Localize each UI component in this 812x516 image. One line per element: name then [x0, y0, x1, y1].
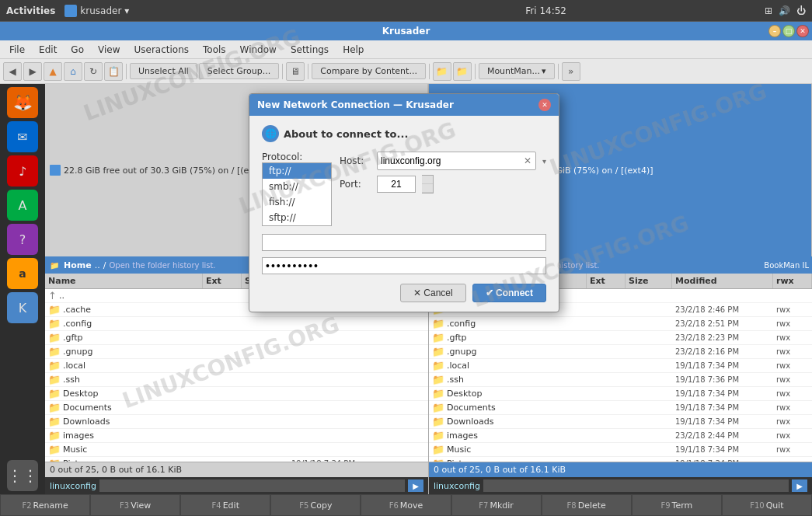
- port-down-button[interactable]: ▼: [422, 184, 433, 193]
- refresh-button[interactable]: ↻: [84, 62, 103, 81]
- protocol-list[interactable]: ftp://smb://fish://sftp://: [262, 162, 332, 226]
- file-row[interactable]: 📁.gnupg: [45, 345, 428, 359]
- file-row[interactable]: 📁.gftp 23/2/18 2:23 PM rwx: [429, 331, 812, 345]
- fkey-f2-button[interactable]: F2Rename: [0, 494, 90, 516]
- menu-tools[interactable]: Tools: [197, 43, 232, 57]
- right-terminal-input[interactable]: [483, 479, 789, 492]
- host-dropdown-btn[interactable]: ▾: [542, 157, 546, 166]
- dock-krusader[interactable]: K: [7, 292, 38, 323]
- port-input[interactable]: [377, 176, 416, 193]
- fkey-f8-button[interactable]: F8Delete: [542, 494, 632, 516]
- left-terminal-go[interactable]: ▶: [408, 479, 423, 492]
- menubar: File Edit Go View Useractions Tools Wind…: [0, 40, 812, 59]
- cancel-button[interactable]: ✕ Cancel: [400, 284, 466, 302]
- fkey-f5-button[interactable]: F5Copy: [270, 494, 361, 516]
- file-row[interactable]: 📁Desktop 19/1/18 7:34 PM rwx: [429, 387, 812, 401]
- dock-thunderbird[interactable]: ✉: [7, 121, 38, 152]
- file-row[interactable]: 📁Downloads: [45, 415, 428, 429]
- file-row[interactable]: 📁images 23/2/18 2:44 PM rwx: [429, 429, 812, 443]
- back-button[interactable]: ◀: [3, 62, 22, 81]
- dock-apps-grid[interactable]: ⋮⋮: [7, 460, 38, 491]
- protocol-item[interactable]: smb://: [263, 179, 331, 194]
- activities-button[interactable]: Activities: [6, 5, 55, 16]
- app-switcher[interactable]: krusader ▾: [64, 5, 129, 17]
- maximize-button[interactable]: □: [782, 25, 795, 37]
- fkey-f9-button[interactable]: F9Term: [632, 494, 722, 516]
- file-row[interactable]: 📁Music: [45, 443, 428, 457]
- file-row[interactable]: 📁Music 19/1/18 7:34 PM rwx: [429, 443, 812, 457]
- file-row[interactable]: 📁Downloads 19/1/18 7:34 PM rwx: [429, 415, 812, 429]
- unselect-all-button[interactable]: Unselect All: [130, 63, 197, 79]
- protocol-item[interactable]: fish://: [263, 194, 331, 210]
- port-spinner: ▲ ▼: [422, 175, 434, 194]
- dock-amazon[interactable]: a: [7, 258, 38, 289]
- left-col-ext[interactable]: Ext: [203, 274, 242, 288]
- menu-go[interactable]: Go: [64, 43, 90, 57]
- file-row[interactable]: 📁Documents 19/1/18 7:34 PM rwx: [429, 401, 812, 415]
- dock-firefox[interactable]: 🦊: [7, 87, 38, 118]
- file-row[interactable]: 📁.gftp: [45, 331, 428, 345]
- right-terminal-go[interactable]: ▶: [792, 479, 807, 492]
- username-row: [262, 234, 546, 251]
- file-row[interactable]: 📁.gnupg 23/2/18 2:16 PM rwx: [429, 345, 812, 359]
- fkey-f3-button[interactable]: F3View: [90, 494, 180, 516]
- dock-help[interactable]: ?: [7, 224, 38, 255]
- compare-content-button[interactable]: Compare by Content...: [312, 63, 426, 79]
- host-clear-button[interactable]: ✕: [520, 153, 535, 169]
- fkey-f10-button[interactable]: F10Quit: [722, 494, 812, 516]
- fkey-f6-button[interactable]: F6Move: [361, 494, 451, 516]
- dock-libreoffice[interactable]: A: [7, 190, 38, 221]
- host-input[interactable]: [378, 152, 520, 169]
- connect-button[interactable]: ✔ Connect: [472, 284, 546, 302]
- minimize-button[interactable]: –: [768, 25, 781, 37]
- fkey-f4-button[interactable]: F4Edit: [180, 494, 270, 516]
- new-tab-button[interactable]: 📋: [104, 62, 123, 81]
- port-up-button[interactable]: ▲: [422, 176, 433, 184]
- file-row[interactable]: 📁.local: [45, 359, 428, 373]
- file-row[interactable]: 📁images: [45, 429, 428, 443]
- fkey-f7-button[interactable]: F7Mkdir: [451, 494, 542, 516]
- port-row: Port: ▲ ▼: [340, 175, 546, 194]
- menu-help[interactable]: Help: [336, 43, 370, 57]
- forward-button[interactable]: ▶: [23, 62, 42, 81]
- menu-settings[interactable]: Settings: [284, 43, 335, 57]
- menu-window[interactable]: Window: [234, 43, 283, 57]
- menu-file[interactable]: File: [3, 43, 31, 57]
- file-row[interactable]: 📁Desktop: [45, 387, 428, 401]
- protocol-item[interactable]: ftp://: [263, 163, 331, 179]
- left-terminal-bar: linuxconfig ▶: [45, 477, 428, 494]
- dock-rhythmbox[interactable]: ♪: [7, 155, 38, 187]
- menu-view[interactable]: View: [92, 43, 126, 57]
- home-button[interactable]: ⌂: [64, 62, 82, 81]
- right-terminal-bar: linuxconfig ▶: [429, 477, 812, 494]
- host-port-group: Host: ✕ ▾ Port: ▲ ▼: [340, 152, 546, 194]
- up-button[interactable]: ▲: [44, 62, 62, 81]
- file-row[interactable]: 📁.ssh 19/1/18 7:36 PM rwx: [429, 373, 812, 387]
- close-button[interactable]: ✕: [796, 25, 809, 37]
- menu-edit[interactable]: Edit: [33, 43, 63, 57]
- left-col-name[interactable]: Name: [45, 274, 203, 288]
- more-tools-button[interactable]: »: [562, 62, 580, 81]
- protocol-item[interactable]: sftp://: [263, 210, 331, 225]
- password-input[interactable]: [262, 257, 546, 274]
- select-group-button[interactable]: Select Group...: [199, 63, 279, 79]
- username-input[interactable]: [262, 234, 546, 251]
- right-col-ext[interactable]: Ext: [587, 274, 626, 288]
- new-network-connection-dialog[interactable]: New Network Connection — Krusader ✕ 🌐 Ab…: [249, 93, 559, 312]
- file-row[interactable]: 📁.local 19/1/18 7:34 PM rwx: [429, 359, 812, 373]
- right-col-modified[interactable]: Modified: [672, 274, 773, 288]
- dialog-close-button[interactable]: ✕: [538, 99, 551, 111]
- file-row[interactable]: 📁.config 23/2/18 2:51 PM rwx: [429, 317, 812, 331]
- right-col-rwx[interactable]: rwx: [773, 274, 812, 288]
- menu-useractions[interactable]: Useractions: [127, 43, 195, 57]
- power-icon[interactable]: ⏻: [796, 5, 806, 16]
- toolbar-separator-5: [475, 64, 476, 79]
- right-bookmark[interactable]: BookMan IL: [764, 261, 809, 270]
- file-row[interactable]: 📁Documents: [45, 401, 428, 415]
- file-row[interactable]: 📁.ssh: [45, 373, 428, 387]
- left-history-btn[interactable]: Open the folder history list.: [109, 261, 215, 270]
- file-row[interactable]: 📁.config: [45, 317, 428, 331]
- right-col-size[interactable]: Size: [626, 274, 672, 288]
- left-terminal-input[interactable]: [99, 479, 405, 492]
- mountman-button[interactable]: MountMan...▾: [479, 63, 555, 79]
